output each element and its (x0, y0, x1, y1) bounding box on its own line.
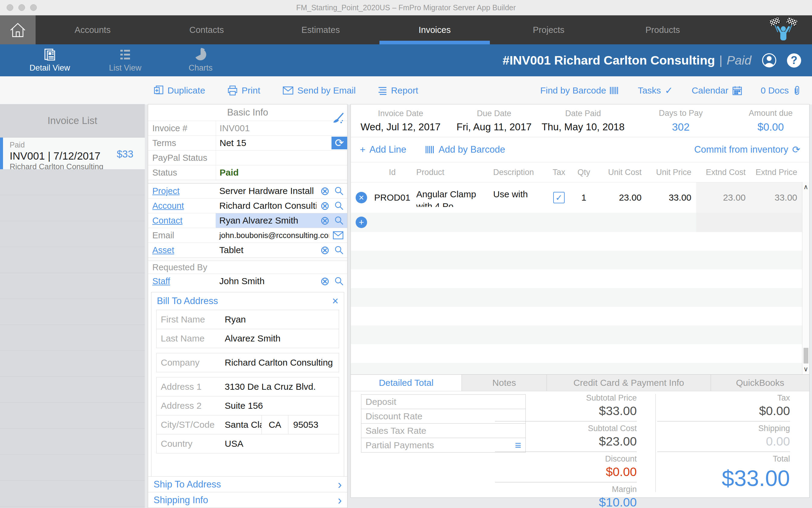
bill-to-close-icon[interactable]: × (332, 295, 338, 307)
tasks-button[interactable]: Tasks ✓ (638, 85, 673, 96)
last-name-value[interactable]: Alvarez Smith (225, 333, 339, 344)
clean-brush-icon[interactable] (332, 112, 344, 125)
tab-detailed-total[interactable]: Detailed Total (351, 375, 462, 391)
email-send-icon[interactable] (333, 231, 344, 240)
invoice-date-field: Invoice Date Wed, Jul 12, 2017 (351, 104, 450, 137)
country-value[interactable]: USA (225, 438, 339, 449)
zip-value[interactable]: 95053 (288, 415, 339, 434)
scrollbar-thumb[interactable] (804, 348, 808, 364)
due-date-value[interactable]: Fri, Aug 11, 2017 (457, 121, 532, 133)
state-value[interactable]: CA (261, 415, 288, 434)
line-unit-cost[interactable]: 23.00 (597, 182, 646, 213)
terms-refresh-button[interactable]: ⟳ (332, 137, 347, 149)
record-title-separator: | (719, 53, 722, 68)
address1-value[interactable]: 3130 De La Cruz Blvd. (225, 382, 339, 392)
staff-search-icon[interactable] (335, 277, 344, 286)
line-description[interactable]: Use with (493, 188, 528, 207)
tab-invoices[interactable]: Invoices (378, 15, 492, 44)
charts-view-button[interactable]: Charts (163, 48, 238, 73)
tasks-label: Tasks (638, 85, 661, 96)
staff-clear-icon[interactable]: ⊗ (320, 276, 330, 287)
invoice-list-item[interactable]: Paid INV001 | 7/12/2017 Richard Carlton … (0, 137, 145, 170)
send-by-email-button[interactable]: Send by Email (283, 85, 356, 96)
add-line-row-icon[interactable]: + (356, 217, 367, 228)
date-paid-value[interactable]: Thu, May 10, 2018 (542, 121, 625, 133)
find-by-barcode-button[interactable]: Find by Barcode (540, 85, 619, 96)
basic-info-title: Basic Info (227, 107, 268, 118)
address2-value[interactable]: Suite 156 (225, 400, 339, 411)
calendar-button[interactable]: Calendar (692, 85, 742, 96)
tab-notes[interactable]: Notes (462, 375, 547, 391)
shipping-value[interactable]: 0.00 (657, 434, 790, 449)
company-value[interactable]: Richard Carlton Consulting (225, 357, 339, 368)
help-button[interactable]: ? (787, 53, 801, 68)
zoom-window-button[interactable] (30, 4, 37, 11)
tab-credit-card-payment-info[interactable]: Credit Card & Payment Info (547, 375, 711, 391)
contact-search-icon[interactable] (335, 216, 344, 225)
line-qty[interactable]: 1 (571, 182, 597, 213)
asset-value[interactable]: Tablet (216, 245, 316, 255)
invoice-list-title: Invoice List (0, 104, 145, 137)
tax-checkbox[interactable]: ✓ (553, 192, 565, 203)
staff-link[interactable]: Staff (152, 276, 170, 286)
line-unit-price[interactable]: 33.00 (646, 182, 696, 213)
city-value[interactable]: Santa Clara (225, 420, 261, 430)
duplicate-button[interactable]: Duplicate (154, 85, 205, 96)
home-button[interactable] (0, 15, 36, 44)
add-by-barcode-button[interactable]: Add by Barcode (426, 144, 505, 155)
account-link[interactable]: Account (152, 201, 184, 211)
report-button[interactable]: Report (378, 85, 418, 96)
invoice-date-value[interactable]: Wed, Jul 12, 2017 (360, 121, 440, 133)
contact-clear-icon[interactable]: ⊗ (320, 215, 330, 226)
detail-view-button[interactable]: Detail View (12, 48, 87, 73)
close-window-button[interactable] (7, 4, 13, 11)
tab-contacts[interactable]: Contacts (149, 15, 264, 44)
line-product[interactable]: Angular Clamp with 4 Po (416, 188, 489, 207)
add-line-button[interactable]: + Add Line (360, 144, 406, 155)
tab-products[interactable]: Products (606, 15, 720, 44)
ship-to-address-link[interactable]: Ship To Address › (148, 476, 347, 492)
line-items-scrollbar[interactable]: ∧ ∨ (802, 182, 809, 374)
commit-from-inventory-button[interactable]: Commit from inventory ⟳ (694, 144, 800, 155)
tab-quickbooks[interactable]: QuickBooks (711, 375, 809, 391)
print-button[interactable]: Print (227, 85, 260, 96)
project-clear-icon[interactable]: ⊗ (320, 185, 330, 197)
line-items-header: Id Product Description Tax Qty Unit Cost… (351, 162, 809, 182)
asset-search-icon[interactable] (335, 246, 344, 255)
contact-value[interactable]: Ryan Alvarez Smith (216, 215, 316, 226)
tab-accounts[interactable]: Accounts (36, 15, 149, 44)
scroll-up-icon[interactable]: ∧ (803, 183, 808, 191)
account-value[interactable]: Richard Carlton Consulting (216, 201, 316, 211)
invoice-list-empty-rows (0, 169, 145, 508)
delete-line-icon[interactable]: × (356, 192, 367, 203)
tab-estimates[interactable]: Estimates (264, 15, 378, 44)
contact-link[interactable]: Contact (152, 216, 182, 226)
minimize-window-button[interactable] (18, 4, 25, 11)
shipping-info-link[interactable]: Shipping Info › (148, 492, 347, 508)
refresh-icon: ⟳ (792, 145, 800, 155)
project-value[interactable]: Server Hardware Install (216, 186, 316, 196)
app-logo (755, 15, 812, 44)
line-id[interactable]: PROD01 (372, 182, 413, 213)
tab-projects[interactable]: Projects (492, 15, 606, 44)
first-name-value[interactable]: Ryan (225, 314, 339, 325)
list-view-button[interactable]: List View (87, 48, 163, 73)
line-item-row[interactable]: × PROD01 Angular Clamp with 4 Po Use wit… (351, 182, 809, 213)
asset-clear-icon[interactable]: ⊗ (320, 244, 330, 256)
basic-info-header: Basic Info (148, 104, 347, 121)
invoice-list-sidebar: Invoice List Paid INV001 | 7/12/2017 Ric… (0, 104, 145, 508)
staff-value[interactable]: John Smith (216, 276, 316, 286)
account-button[interactable] (762, 53, 777, 68)
scroll-down-icon[interactable]: ∨ (803, 365, 808, 373)
account-clear-icon[interactable]: ⊗ (320, 200, 330, 211)
terms-value[interactable]: Net 15 (216, 138, 332, 148)
project-link[interactable]: Project (152, 186, 179, 196)
project-search-icon[interactable] (335, 186, 344, 196)
email-value[interactable]: john.boubonis@rcconsulting.com (216, 231, 329, 240)
status-value[interactable]: Paid (216, 167, 347, 178)
account-search-icon[interactable] (335, 201, 344, 210)
ship-to-address-label: Ship To Address (154, 479, 221, 490)
invoice-number-value[interactable]: INV001 (216, 123, 347, 133)
docs-button[interactable]: 0 Docs (761, 85, 801, 96)
asset-link[interactable]: Asset (152, 245, 174, 255)
